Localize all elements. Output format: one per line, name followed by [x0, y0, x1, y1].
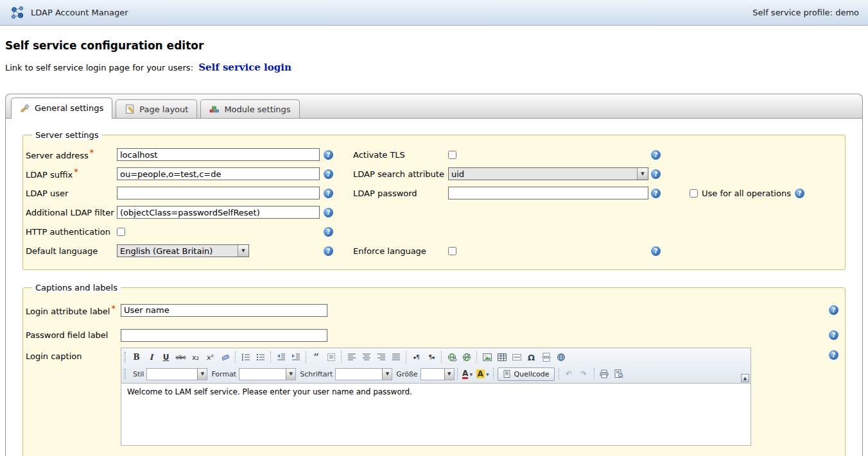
help-icon[interactable]: ? [324, 150, 333, 160]
help-icon[interactable]: ? [651, 150, 661, 160]
redo-button[interactable]: ↷ [577, 367, 591, 381]
help-icon[interactable]: ? [651, 169, 661, 179]
help-icon[interactable]: ? [324, 246, 333, 256]
bulleted-list-button[interactable] [254, 351, 267, 364]
unlink-globe-icon [462, 352, 472, 362]
help-icon[interactable]: ? [651, 246, 661, 256]
format-combo[interactable]: ▼ [239, 368, 296, 380]
text-direction-ltr-button[interactable]: ▸¶ [410, 351, 423, 364]
page-break-button[interactable] [539, 351, 553, 364]
additional-ldap-filter-row: Additional LDAP filter ? [26, 203, 838, 222]
use-for-all-operations-checkbox[interactable] [690, 189, 698, 198]
insert-image-button[interactable] [480, 351, 494, 364]
help-icon[interactable]: ? [829, 330, 838, 340]
tab-page-layout[interactable]: Page layout [116, 99, 197, 118]
dropdown-arrow-icon[interactable]: ▼ [286, 369, 295, 380]
help-icon[interactable]: ? [795, 189, 804, 198]
additional-ldap-filter-label: Additional LDAP filter [26, 208, 117, 217]
default-language-select[interactable]: English (Great Britain) ▼ [117, 244, 249, 257]
ldap-password-input[interactable] [448, 187, 648, 199]
ldap-suffix-input[interactable] [117, 167, 320, 180]
password-field-label-input[interactable] [121, 329, 327, 342]
special-character-button[interactable]: Ω [525, 351, 538, 364]
help-icon[interactable]: ? [324, 169, 333, 179]
text-direction-rtl-button[interactable]: ¶◂ [424, 351, 438, 364]
additional-ldap-filter-input[interactable] [117, 206, 320, 219]
bold-button[interactable]: B [130, 351, 143, 364]
justify-button[interactable] [389, 351, 403, 364]
insert-table-button[interactable] [495, 351, 508, 364]
toolbar-separator [559, 368, 559, 380]
strikethrough-button[interactable]: abc [174, 351, 187, 364]
server-address-input[interactable] [117, 148, 320, 161]
format-combo-label: Format [211, 370, 236, 378]
main-panel: General settings Page layout Module sett… [5, 94, 863, 456]
background-color-button[interactable]: A ▼ [476, 367, 490, 381]
profile-label: Self service profile: demo [752, 8, 859, 17]
combo-value [336, 369, 382, 380]
self-service-login-link[interactable]: Self service login [198, 62, 291, 73]
outdent-button[interactable] [274, 351, 288, 364]
help-icon[interactable]: ? [324, 208, 333, 217]
numbered-list-button[interactable] [239, 351, 252, 364]
blockquote-button[interactable]: ” [309, 351, 323, 364]
http-authentication-checkbox[interactable] [117, 228, 125, 236]
ldap-search-attribute-select[interactable]: uid ▼ [448, 167, 648, 180]
background-color-glyph: A [476, 369, 485, 378]
editor-content[interactable]: Welcome to LAM self service. Please ente… [121, 383, 751, 445]
div-container-icon [326, 352, 336, 362]
tab-general-settings[interactable]: General settings [11, 97, 112, 119]
align-left-button[interactable] [345, 351, 358, 364]
indent-button[interactable] [289, 351, 302, 364]
eraser-icon [220, 352, 230, 362]
size-combo[interactable]: ▼ [421, 368, 455, 380]
help-icon[interactable]: ? [829, 305, 838, 315]
horizontal-rule-button[interactable] [510, 351, 523, 364]
toolbar-separator [341, 351, 342, 363]
style-combo[interactable]: ▼ [146, 368, 207, 380]
italic-button[interactable]: I [144, 351, 158, 364]
remove-format-button[interactable] [218, 351, 232, 364]
remove-link-button[interactable] [460, 351, 473, 364]
text-color-button[interactable]: A ▼ [461, 367, 474, 381]
bulleted-list-icon [256, 352, 266, 362]
font-combo[interactable]: ▼ [335, 368, 392, 380]
combo-value [239, 369, 286, 380]
dropdown-arrow-icon[interactable]: ▼ [197, 369, 207, 380]
help-icon[interactable]: ? [324, 189, 333, 198]
lam-logo-icon [9, 4, 26, 21]
required-marker: * [111, 304, 115, 313]
editor-toolbar: B I U abc x₂ x² [121, 348, 751, 383]
toolbar-separator [476, 351, 477, 363]
align-center-button[interactable] [360, 351, 373, 364]
superscript-button[interactable]: x² [204, 351, 217, 364]
div-container-button[interactable] [324, 351, 338, 364]
dropdown-arrow-icon[interactable]: ▼ [382, 369, 392, 380]
insert-link-button[interactable] [445, 351, 458, 364]
iframe-button[interactable] [554, 351, 568, 364]
subscript-button[interactable]: x₂ [189, 351, 202, 364]
enforce-language-checkbox[interactable] [448, 247, 456, 255]
preview-button[interactable] [612, 367, 626, 381]
dropdown-arrow-icon[interactable]: ▼ [444, 369, 454, 380]
underline-button[interactable]: U [159, 351, 173, 364]
toolbar-separator [493, 368, 494, 380]
chevron-down-icon: ▼ [486, 372, 489, 376]
align-right-button[interactable] [374, 351, 388, 364]
source-button[interactable]: Quellcode [498, 367, 555, 381]
help-icon[interactable]: ? [651, 189, 661, 198]
editor-scroll-up-button[interactable]: ▲ [741, 374, 749, 382]
dropdown-arrow-icon[interactable]: ▼ [238, 245, 248, 257]
ldap-user-input[interactable] [117, 187, 320, 199]
server-settings-fieldset: Server settings Server address* ? Activa… [22, 130, 846, 270]
top-bar: LDAP Account Manager Self service profil… [0, 0, 868, 26]
tab-module-settings[interactable]: Module settings [200, 99, 299, 118]
dropdown-arrow-icon[interactable]: ▼ [637, 168, 648, 180]
help-icon[interactable]: ? [829, 350, 838, 360]
print-button[interactable] [598, 367, 611, 381]
activate-tls-checkbox[interactable] [448, 151, 456, 159]
help-icon[interactable]: ? [324, 227, 333, 237]
label-text: Login attribute label [26, 307, 110, 316]
login-attribute-label-input[interactable] [121, 304, 327, 317]
undo-button[interactable]: ↶ [562, 367, 576, 381]
